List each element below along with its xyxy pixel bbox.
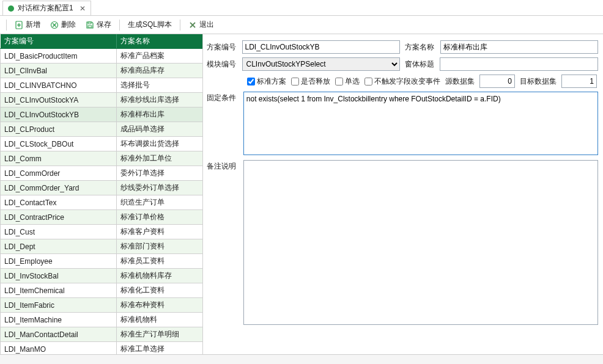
module-code-select[interactable]: CLInvOutStockYPSelect <box>242 57 400 71</box>
release-checkbox[interactable]: 是否释放 <box>291 76 330 87</box>
label-source-dataset: 源数据集 <box>445 76 475 87</box>
toolbar-separator <box>180 20 180 31</box>
table-row[interactable]: LDI_Cust标准客户资料 <box>1 225 204 239</box>
table-row[interactable]: LDI_Dept标准部门资料 <box>1 239 204 254</box>
cell-code: LDI_Dept <box>1 239 117 254</box>
label-window-title: 窗体标题 <box>405 59 440 70</box>
remark-textarea[interactable] <box>243 160 598 325</box>
tab-active-dot-icon <box>8 5 14 12</box>
exit-button-label: 退出 <box>199 20 214 30</box>
cell-code: LDI_ClInvBal <box>1 64 117 78</box>
label-scheme-name: 方案名称 <box>405 42 440 53</box>
table-row[interactable]: LDI_ClInvBal标准商品库存 <box>1 64 204 78</box>
col-header-code[interactable]: 方案编号 <box>1 34 117 49</box>
cell-name: 标准工单选择 <box>117 342 204 355</box>
table-row[interactable]: LDI_Employee标准员工资料 <box>1 254 204 269</box>
exit-button[interactable]: 退出 <box>184 17 218 32</box>
cell-code: LDI_CommOrder <box>1 166 117 181</box>
toolbar-separator <box>6 20 7 31</box>
window-title-field[interactable] <box>440 57 598 71</box>
delete-button[interactable]: 删除 <box>46 17 80 32</box>
scheme-grid: 方案编号 方案名称 LDI_BasicProductItem标准产品档案LDI_… <box>0 34 203 354</box>
cell-code: LDI_ManContactDetail <box>1 327 117 342</box>
cell-name: 选择批号 <box>117 78 204 93</box>
target-dataset-field[interactable] <box>561 75 597 88</box>
add-button[interactable]: 新增 <box>10 17 45 32</box>
table-row[interactable]: LDI_Comm标准外加工单位 <box>1 151 204 166</box>
delete-icon <box>50 21 59 29</box>
table-row[interactable]: LDI_ContractPrice标准订单价格 <box>1 210 204 225</box>
source-dataset-field[interactable] <box>479 75 515 88</box>
table-row[interactable]: LDI_CLInvOutStockYA标准纱线出库选择 <box>1 93 204 107</box>
cell-name: 标准机物料 <box>117 313 204 327</box>
label-fixed-condition: 固定条件 <box>207 92 243 103</box>
fixed-condition-textarea[interactable] <box>243 92 598 155</box>
cell-name: 标准纱线出库选择 <box>117 93 204 107</box>
scheme-name-field[interactable] <box>440 40 598 54</box>
cell-name: 成品码单选择 <box>117 122 204 137</box>
cell-code: LDI_Cust <box>1 225 117 239</box>
cell-code: LDI_ItemChemical <box>1 283 117 298</box>
label-target-dataset: 目标数据集 <box>520 76 557 87</box>
standard-scheme-checkbox[interactable]: 标准方案 <box>247 76 286 87</box>
no-event-checkbox[interactable]: 不触发字段改变事件 <box>364 76 440 87</box>
cell-code: LDI_BasicProductItem <box>1 49 117 64</box>
cell-name: 标准订单价格 <box>117 210 204 225</box>
save-button-label: 保存 <box>97 20 111 30</box>
cell-code: LDI_CLProduct <box>1 122 117 137</box>
cell-name: 标准化工资料 <box>117 283 204 298</box>
table-row[interactable]: LDI_ItemFabric标准布种资料 <box>1 298 204 313</box>
cell-name: 织造生产订单 <box>117 195 204 210</box>
table-row[interactable]: LDI_CLInvOutStockYB标准样布出库 <box>1 107 204 122</box>
scheme-code-field[interactable] <box>242 40 400 54</box>
tab-title: 对话框方案配置1 <box>18 3 73 13</box>
cell-name: 标准生产订单明细 <box>117 327 204 342</box>
gensql-button[interactable]: 生成SQL脚本 <box>124 17 176 32</box>
table-row[interactable]: LDI_ItemMachine标准机物料 <box>1 313 204 327</box>
save-button[interactable]: 保存 <box>81 17 116 32</box>
cell-name: 标准商品库存 <box>117 64 204 78</box>
cell-code: LDI_InvStockBal <box>1 269 117 283</box>
cell-name: 标准产品档案 <box>117 49 204 64</box>
delete-button-label: 删除 <box>61 20 76 30</box>
table-row[interactable]: LDI_ItemChemical标准化工资料 <box>1 283 204 298</box>
add-icon <box>15 21 23 29</box>
detail-form: 方案编号 方案名称 模块编号 CLInvOutStockYPSelect 窗体标… <box>203 34 603 354</box>
cell-code: LDI_ContactTex <box>1 195 117 210</box>
cell-code: LDI_ManMO <box>1 342 117 355</box>
cell-name: 标准外加工单位 <box>117 151 204 166</box>
cell-name: 坏布调拨出货选择 <box>117 137 204 151</box>
table-row[interactable]: LDI_ManContactDetail标准生产订单明细 <box>1 327 204 342</box>
cell-name: 标准客户资料 <box>117 225 204 239</box>
tab-bar: 对话框方案配置1 ✕ <box>0 0 603 16</box>
table-row[interactable]: LDI_CommOrder_Yard纱线委外订单选择 <box>1 181 204 195</box>
cell-code: LDI_CommOrder_Yard <box>1 181 117 195</box>
cell-code: LDI_ItemFabric <box>1 298 117 313</box>
table-row[interactable]: LDI_ManMO标准工单选择 <box>1 342 204 355</box>
toolbar: 新增 删除 保存 生成SQL脚本 退出 <box>0 16 603 34</box>
col-header-name[interactable]: 方案名称 <box>117 34 204 49</box>
cell-name: 标准样布出库 <box>117 107 204 122</box>
table-row[interactable]: LDI_CLStock_DBOut坏布调拨出货选择 <box>1 137 204 151</box>
table-row[interactable]: LDI_CLINVBATCHNO选择批号 <box>1 78 204 93</box>
table-row[interactable]: LDI_BasicProductItem标准产品档案 <box>1 49 204 64</box>
cell-name: 标准部门资料 <box>117 239 204 254</box>
cell-code: LDI_ItemMachine <box>1 313 117 327</box>
single-select-checkbox[interactable]: 单选 <box>335 76 360 87</box>
cell-code: LDI_CLInvOutStockYA <box>1 93 117 107</box>
cell-name: 标准布种资料 <box>117 298 204 313</box>
close-icon[interactable]: ✕ <box>77 4 86 13</box>
cell-name: 标准机物料库存 <box>117 269 204 283</box>
cell-code: LDI_CLInvOutStockYB <box>1 107 117 122</box>
cell-code: LDI_CLINVBATCHNO <box>1 78 117 93</box>
cell-name: 标准员工资料 <box>117 254 204 269</box>
table-row[interactable]: LDI_CLProduct成品码单选择 <box>1 122 204 137</box>
add-button-label: 新增 <box>26 20 40 30</box>
label-scheme-code: 方案编号 <box>207 42 242 53</box>
scheme-table[interactable]: 方案编号 方案名称 LDI_BasicProductItem标准产品档案LDI_… <box>0 34 203 354</box>
tab-dialog-config[interactable]: 对话框方案配置1 ✕ <box>2 1 91 15</box>
table-row[interactable]: LDI_InvStockBal标准机物料库存 <box>1 269 204 283</box>
toolbar-separator <box>119 20 120 31</box>
table-row[interactable]: LDI_ContactTex织造生产订单 <box>1 195 204 210</box>
table-row[interactable]: LDI_CommOrder委外订单选择 <box>1 166 204 181</box>
